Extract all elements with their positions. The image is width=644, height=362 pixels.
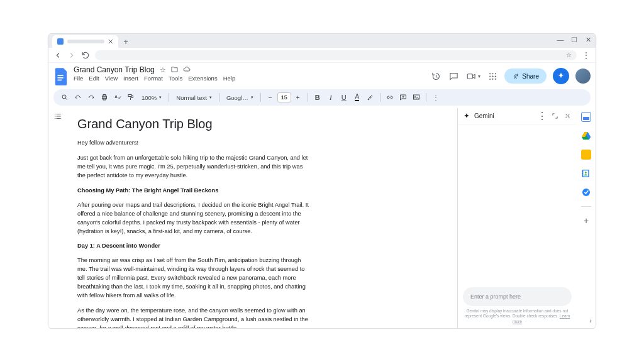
svg-point-4: [489, 73, 491, 74]
svg-point-5: [492, 73, 493, 74]
menu-edit[interactable]: Edit: [89, 75, 99, 82]
menu-help[interactable]: Help: [223, 75, 236, 82]
svg-point-6: [495, 73, 496, 74]
drive-icon[interactable]: [581, 131, 591, 141]
add-comment-icon[interactable]: [397, 91, 409, 104]
toolbar-more-icon[interactable]: ⋮: [430, 91, 442, 104]
svg-rect-0: [58, 75, 64, 76]
svg-point-16: [585, 172, 587, 173]
gemini-close-icon[interactable]: [563, 112, 572, 121]
doc-paragraph: Hey fellow adventurers!: [77, 139, 310, 148]
account-avatar[interactable]: [575, 69, 591, 84]
document-page[interactable]: Grand Canyon Trip Blog Hey fellow advent…: [77, 108, 451, 328]
doc-paragraph: Just got back from an unforgettable solo…: [77, 154, 310, 180]
outline-toggle-icon[interactable]: [52, 111, 64, 122]
gemini-panel: Gemini ⋮ Enter a prompt here Gemini may …: [457, 108, 577, 328]
menu-tools[interactable]: Tools: [169, 75, 182, 82]
font-decrease-icon[interactable]: −: [264, 91, 277, 104]
font-size-input[interactable]: 15: [277, 92, 291, 102]
new-tab-button[interactable]: +: [121, 36, 131, 47]
apps-icon[interactable]: [487, 70, 498, 82]
browser-window: + — ☐ ✕ ☆ ⋮ Grand Canyon Trip Blog ☆: [48, 33, 596, 329]
share-button[interactable]: Share: [504, 69, 547, 84]
hide-panel-icon[interactable]: ›: [589, 317, 592, 324]
docs-logo-icon[interactable]: [53, 67, 69, 87]
close-window-icon[interactable]: ✕: [584, 36, 592, 44]
doc-subheading: Day 1: A Descent into Wonder: [77, 242, 310, 251]
minimize-icon[interactable]: —: [557, 36, 564, 44]
gemini-more-icon[interactable]: ⋮: [538, 112, 547, 121]
font-increase-icon[interactable]: +: [292, 91, 304, 104]
bold-icon[interactable]: B: [311, 91, 324, 104]
side-rail: +: [577, 108, 596, 328]
format-toolbar: 100%▾ Normal text▾ Googl…▾ − 15 + B I U …: [53, 89, 591, 106]
spellcheck-icon[interactable]: [111, 91, 124, 104]
gemini-disclaimer: Gemini may display inaccurate informatio…: [463, 309, 572, 324]
caret-down-icon: ▾: [478, 74, 480, 79]
omnibox[interactable]: ☆: [95, 50, 577, 60]
bookmark-star-icon[interactable]: ☆: [566, 52, 572, 58]
doc-paragraph: As the day wore on, the temperature rose…: [77, 307, 310, 328]
header-actions: ▾ Share: [430, 65, 591, 84]
undo-icon[interactable]: [72, 91, 84, 104]
doc-paragraph: The morning air was crisp as I set off f…: [77, 256, 310, 300]
highlight-icon[interactable]: [364, 91, 377, 104]
search-icon[interactable]: [58, 91, 71, 104]
cloud-status-icon[interactable]: [183, 65, 191, 74]
gemini-expand-icon[interactable]: [550, 112, 559, 121]
image-icon[interactable]: [410, 91, 423, 104]
text-color-icon[interactable]: A: [351, 91, 364, 104]
underline-icon[interactable]: U: [338, 91, 350, 104]
doc-subheading: Choosing My Path: The Bright Angel Trail…: [77, 187, 310, 195]
back-icon[interactable]: [53, 51, 62, 60]
comment-icon[interactable]: [448, 70, 459, 82]
svg-point-7: [489, 75, 491, 77]
menu-bar: File Edit View Insert Format Tools Exten…: [74, 75, 425, 82]
gemini-body: [458, 124, 577, 283]
rail-separator: [581, 206, 591, 207]
doc-paragraph: After pouring over maps and trail descri…: [77, 201, 310, 236]
url-bar-row: ☆ ⋮: [48, 48, 596, 63]
tasks-icon[interactable]: [581, 187, 591, 197]
zoom-select[interactable]: 100%▾: [138, 92, 165, 103]
get-addons-icon[interactable]: +: [581, 216, 591, 226]
browser-menu-icon[interactable]: ⋮: [582, 51, 591, 60]
menu-view[interactable]: View: [105, 75, 118, 82]
maximize-icon[interactable]: ☐: [570, 36, 578, 44]
print-icon[interactable]: [98, 91, 111, 104]
link-icon[interactable]: [384, 91, 396, 104]
document-area: Grand Canyon Trip Blog Hey fellow advent…: [48, 108, 457, 328]
browser-tab[interactable]: [52, 35, 118, 48]
meet-button[interactable]: ▾: [465, 70, 480, 82]
svg-rect-2: [58, 80, 62, 81]
paint-format-icon[interactable]: [125, 91, 137, 104]
menu-insert[interactable]: Insert: [123, 75, 138, 82]
video-icon: [465, 70, 477, 82]
gemini-header: Gemini ⋮: [458, 108, 577, 124]
style-select[interactable]: Normal text▾: [172, 92, 216, 103]
calendar-icon[interactable]: [581, 112, 591, 122]
keep-icon[interactable]: [581, 150, 591, 160]
share-label: Share: [522, 73, 539, 80]
window-controls: — ☐ ✕: [557, 36, 592, 44]
move-icon[interactable]: [171, 66, 178, 74]
docs-header: Grand Canyon Trip Blog ☆ File Edit View …: [48, 63, 596, 88]
gemini-prompt-input[interactable]: Enter a prompt here: [463, 287, 572, 306]
star-icon[interactable]: ☆: [160, 66, 166, 74]
font-select[interactable]: Googl…▾: [223, 92, 257, 103]
menu-extensions[interactable]: Extensions: [188, 75, 217, 82]
svg-rect-3: [467, 74, 472, 79]
italic-icon[interactable]: I: [325, 91, 337, 104]
document-title[interactable]: Grand Canyon Trip Blog: [74, 65, 155, 74]
history-icon[interactable]: [430, 70, 441, 82]
contacts-icon[interactable]: [581, 168, 591, 178]
menu-format[interactable]: Format: [144, 75, 163, 82]
reload-icon[interactable]: [81, 51, 90, 60]
gemini-spark-button[interactable]: [553, 68, 569, 84]
forward-icon[interactable]: [67, 51, 76, 60]
svg-point-8: [489, 78, 491, 79]
menu-file[interactable]: File: [74, 75, 83, 82]
close-tab-icon[interactable]: [108, 39, 113, 44]
doc-heading: Grand Canyon Trip Blog: [77, 117, 451, 131]
redo-icon[interactable]: [85, 91, 97, 104]
